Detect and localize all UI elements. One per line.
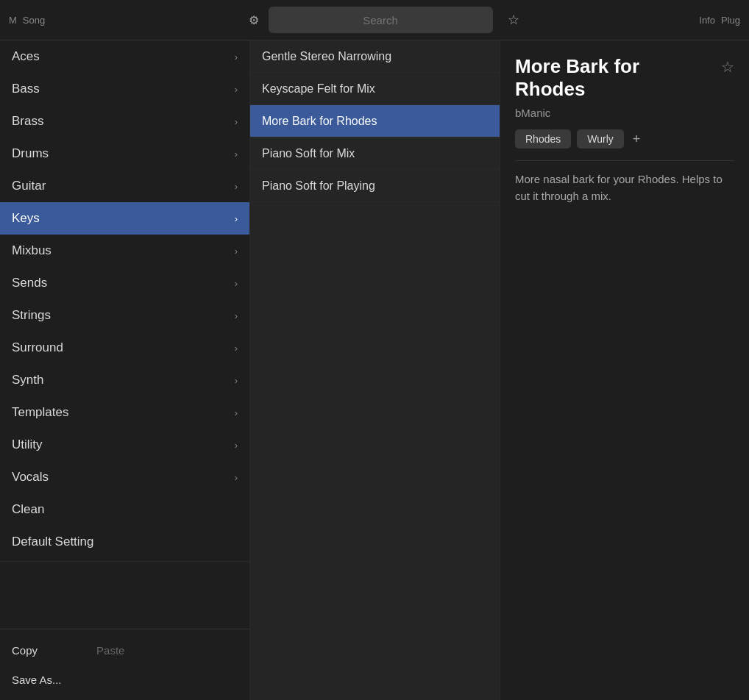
detail-panel: More Bark for Rhodes ☆ bManic RhodesWurl… [500,40,749,700]
chevron-right-icon: › [235,440,238,451]
sidebar-item-surround[interactable]: Surround› [0,332,249,364]
sidebar-divider [0,561,249,562]
chevron-right-icon: › [235,84,238,95]
sidebar-item-utility[interactable]: Utility› [0,429,249,461]
top-bar-label-m: M [9,15,17,26]
top-bar-right-label1: Info [699,15,715,26]
top-bar-right-label2: Plug [721,15,740,26]
sidebar-item-keys[interactable]: Keys› [0,202,249,235]
top-bar-right: Info Plug [527,15,740,26]
gear-icon: ⚙ [249,14,259,26]
star-icon: ☆ [508,12,519,27]
sidebar-item-mixbus[interactable]: Mixbus› [0,235,249,267]
paste-label[interactable]: Paste [96,644,124,657]
chevron-right-icon: › [235,213,238,224]
sidebar-item-bass[interactable]: Bass› [0,73,249,105]
add-tag-button[interactable]: + [630,132,644,147]
sidebar-item-label: Mixbus [12,243,52,258]
detail-header: More Bark for Rhodes ☆ [515,55,734,101]
preset-item-label: More Bark for Rhodes [262,115,377,128]
detail-divider [515,160,734,161]
tag-wurly[interactable]: Wurly [577,129,624,149]
tag-rhodes[interactable]: Rhodes [515,129,571,149]
sidebar-item-label: Bass [12,82,40,96]
sidebar-item-aces[interactable]: Aces› [0,40,249,73]
preset-item-3[interactable]: Piano Soft for Mix [250,138,500,170]
gear-button[interactable]: ⚙ [249,13,259,27]
sidebar-bottom: Copy Paste Save As... [0,629,249,700]
sidebar-item-label: Utility [12,438,43,452]
chevron-right-icon: › [235,375,238,386]
sidebar-item-label: Templates [12,405,68,420]
favorite-star-button[interactable]: ☆ [508,12,519,28]
top-bar: M Song ⚙ ☆ Info Plug [0,0,749,40]
detail-tags: RhodesWurly+ [515,129,734,149]
detail-description: More nasal bark for your Rhodes. Helps t… [515,171,734,204]
sidebar-item-label: Brass [12,114,43,129]
sidebar-item-label: Drums [12,146,49,161]
preset-item-label: Piano Soft for Mix [262,147,355,160]
chevron-right-icon: › [235,407,238,418]
copy-label: Copy [12,644,38,657]
sidebar-item-sends[interactable]: Sends› [0,267,249,299]
chevron-right-icon: › [235,246,238,257]
sidebar-item-label: Sends [12,276,47,290]
save-as-label: Save As... [12,674,62,686]
sidebar-item-label: Surround [12,340,63,355]
preset-item-2[interactable]: More Bark for Rhodes [250,105,500,138]
detail-star-icon: ☆ [721,59,734,75]
sidebar-item-label: Synth [12,373,43,388]
preset-item-4[interactable]: Piano Soft for Playing [250,170,500,202]
sidebar-item-drums[interactable]: Drums› [0,138,249,170]
sidebar-item-guitar[interactable]: Guitar› [0,170,249,202]
sidebar-item-vocals[interactable]: Vocals› [0,461,249,493]
chevron-right-icon: › [235,343,238,354]
sidebar-item-templates[interactable]: Templates› [0,396,249,429]
sidebar: Aces›Bass›Brass›Drums›Guitar›Keys›Mixbus… [0,40,250,700]
detail-author: bManic [515,107,734,119]
sidebar-item-synth[interactable]: Synth› [0,364,249,396]
sidebar-item-label: Aces [12,49,40,64]
sidebar-item-label: Guitar [12,179,46,193]
detail-star-button[interactable]: ☆ [721,58,734,76]
sidebar-item-default-setting[interactable]: Default Setting [0,526,249,558]
sidebar-item-clean[interactable]: Clean [0,493,249,526]
copy-action[interactable]: Copy Paste [0,635,249,665]
chevron-right-icon: › [235,149,238,160]
preset-item-label: Piano Soft for Playing [262,179,375,193]
detail-title: More Bark for Rhodes [515,55,706,101]
preset-item-0[interactable]: Gentle Stereo Narrowing [250,40,500,73]
preset-item-label: Keyscape Felt for Mix [262,82,375,96]
chevron-right-icon: › [235,472,238,483]
sidebar-item-strings[interactable]: Strings› [0,299,249,332]
sidebar-item-label: Keys [12,211,40,226]
sidebar-item-brass[interactable]: Brass› [0,105,249,138]
sidebar-item-label: Vocals [12,470,49,485]
chevron-right-icon: › [235,310,238,321]
chevron-right-icon: › [235,278,238,289]
top-bar-left: M Song ⚙ [9,13,259,27]
preset-list: Gentle Stereo NarrowingKeyscape Felt for… [250,40,500,700]
chevron-right-icon: › [235,181,238,192]
sidebar-item-label: Default Setting [12,535,94,549]
chevron-right-icon: › [235,51,238,63]
main-content: Aces›Bass›Brass›Drums›Guitar›Keys›Mixbus… [0,40,749,700]
save-as-action[interactable]: Save As... [0,665,249,694]
chevron-right-icon: › [235,116,238,127]
search-bar-wrapper [266,7,494,33]
search-input[interactable] [269,7,493,33]
top-bar-label-song: Song [23,15,45,26]
preset-item-1[interactable]: Keyscape Felt for Mix [250,73,500,105]
sidebar-item-label: Strings [12,308,51,323]
preset-item-label: Gentle Stereo Narrowing [262,50,391,63]
sidebar-item-label: Clean [12,502,44,517]
